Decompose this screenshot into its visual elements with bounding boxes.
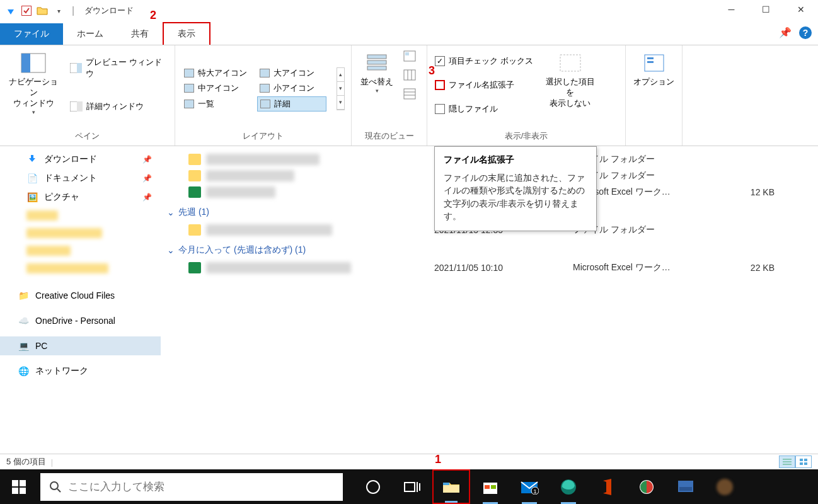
nav-item-redacted[interactable] — [0, 207, 161, 224]
minimize-ribbon-icon[interactable]: 📌 — [779, 26, 792, 39]
svg-rect-35 — [405, 483, 415, 491]
size-columns-button[interactable] — [403, 88, 417, 101]
close-button[interactable]: ✕ — [783, 0, 818, 19]
down-arrow-icon[interactable] — [5, 5, 16, 16]
layout-l-icons[interactable]: 大アイコン — [257, 66, 326, 80]
nav-onedrive[interactable]: ☁️OneDrive - Personal — [0, 311, 161, 330]
app-button[interactable] — [628, 469, 665, 504]
svg-point-34 — [367, 481, 379, 493]
thumbnails-view-button[interactable] — [795, 455, 812, 468]
add-columns-button[interactable] — [403, 69, 417, 82]
cortana-button[interactable] — [354, 469, 392, 504]
window-title: ダウンロード — [84, 5, 134, 16]
group-layout-label: レイアウト — [181, 128, 345, 146]
properties-icon[interactable] — [21, 6, 32, 16]
hidden-items-toggle[interactable]: 隠しファイル — [434, 101, 534, 117]
downloads-icon — [26, 154, 38, 165]
layout-m-icons[interactable]: 中アイコン — [181, 81, 251, 95]
pin-icon: 📌 — [142, 193, 152, 202]
hide-selected-button[interactable]: 選択した項目を 表示しない — [542, 49, 599, 109]
svg-text:1: 1 — [533, 488, 536, 495]
navigation-pane: ダウンロード📌 📄ドキュメント📌 🖼️ピクチャ📌 📁Creative Cloud… — [0, 146, 161, 454]
svg-rect-39 — [443, 483, 449, 485]
pin-icon: 📌 — [142, 155, 152, 164]
sort-icon — [364, 52, 389, 74]
nav-item-redacted[interactable] — [0, 224, 161, 242]
maximize-button[interactable]: ☐ — [749, 0, 783, 19]
tooltip-body: ファイルの末尾に追加された、ファイルの種類や形式を識別するための文字列の表示/非… — [444, 172, 587, 223]
chevron-down-icon: ⌄ — [167, 207, 175, 217]
edge-button[interactable] — [550, 469, 587, 504]
layout-details[interactable]: 詳細 — [257, 96, 326, 112]
taskbar-search[interactable] — [40, 473, 343, 501]
nav-pc[interactable]: 💻PC — [0, 336, 161, 355]
start-button[interactable] — [0, 469, 38, 504]
svg-rect-26 — [800, 462, 803, 465]
search-icon — [49, 481, 62, 493]
details-view-button[interactable] — [779, 455, 795, 468]
nav-pictures[interactable]: 🖼️ピクチャ📌 — [0, 188, 161, 207]
nav-documents[interactable]: 📄ドキュメント📌 — [0, 169, 161, 188]
group-by-button[interactable] — [403, 50, 417, 63]
layout-gallery-scroll[interactable]: ▴▾▾ — [337, 67, 345, 110]
file-list: ファイル名拡張子 ファイルの末尾に追加された、ファイルの種類や形式を識別するため… — [161, 146, 818, 454]
nav-item-redacted[interactable] — [0, 242, 161, 260]
hide-selected-icon — [558, 52, 583, 74]
tab-home[interactable]: ホーム — [63, 23, 117, 45]
pc-icon: 💻 — [18, 340, 29, 352]
svg-rect-31 — [20, 488, 26, 494]
checkbox-icon — [435, 104, 445, 114]
svg-rect-27 — [804, 462, 807, 465]
sort-button[interactable]: 並べ替え ▾ — [358, 49, 396, 95]
layout-xl-icons[interactable]: 特大アイコン — [181, 66, 251, 80]
group-currentview-label: 現在のビュー — [358, 128, 420, 146]
nav-downloads[interactable]: ダウンロード📌 — [0, 150, 161, 169]
tab-view[interactable]: 表示 — [163, 22, 210, 45]
tab-share[interactable]: 共有 — [117, 23, 163, 45]
mail-button[interactable]: 1 — [510, 469, 548, 504]
svg-rect-38 — [443, 485, 459, 493]
folder-icon: 📁 — [18, 290, 29, 301]
documents-icon: 📄 — [26, 173, 38, 184]
annotation-1: 1 — [435, 453, 441, 466]
tooltip-title: ファイル名拡張子 — [444, 154, 587, 166]
chevron-down-icon: ⌄ — [167, 245, 175, 255]
checkbox-icon — [435, 80, 445, 90]
nav-creative-cloud[interactable]: 📁Creative Cloud Files — [0, 286, 161, 305]
options-button[interactable]: オプション — [632, 49, 676, 88]
help-icon[interactable]: ? — [799, 26, 812, 39]
ribbon-view: ナビゲーション ウィンドウ ▾ プレビュー ウィンドウ 詳細ウィンドウ ペイン … — [0, 45, 818, 146]
app-button-3[interactable] — [706, 469, 744, 504]
qat-dropdown-icon[interactable]: ▾ — [53, 5, 64, 16]
svg-rect-5 — [77, 101, 83, 112]
group-header-this-month[interactable]: ⌄今月に入って (先週は含めず) (1) — [163, 238, 810, 260]
tab-file[interactable]: ファイル — [0, 23, 63, 45]
group-panes-label: ペイン — [6, 128, 168, 146]
minimize-button[interactable]: ─ — [714, 0, 749, 19]
svg-rect-3 — [77, 63, 82, 73]
file-row[interactable]: 2021/11/05 10:10Microsoft Excel ワーク…22 K… — [163, 260, 810, 276]
item-checkboxes-toggle[interactable]: 項目チェック ボックス — [434, 53, 534, 69]
layout-list[interactable]: 一覧 — [181, 96, 251, 112]
search-input[interactable] — [68, 481, 334, 493]
store-button[interactable] — [471, 469, 509, 504]
navigation-pane-icon — [21, 52, 46, 74]
options-icon — [642, 52, 667, 74]
navigation-pane-button[interactable]: ナビゲーション ウィンドウ ▾ — [6, 49, 61, 116]
task-view-button[interactable] — [393, 469, 431, 504]
file-extensions-toggle[interactable]: ファイル名拡張子 — [434, 77, 534, 93]
nav-network[interactable]: 🌐ネットワーク — [0, 362, 161, 381]
file-explorer-button[interactable] — [432, 469, 470, 504]
layout-s-icons[interactable]: 小アイコン — [257, 81, 326, 95]
preview-pane-button[interactable]: プレビュー ウィンドウ — [69, 54, 168, 82]
svg-rect-6 — [367, 55, 386, 59]
folder-icon — [37, 5, 48, 16]
svg-rect-8 — [367, 66, 386, 70]
details-pane-button[interactable]: 詳細ウィンドウ — [69, 98, 168, 115]
app-button-2[interactable] — [667, 469, 705, 504]
svg-rect-30 — [12, 488, 18, 494]
office-button[interactable] — [589, 469, 626, 504]
nav-item-redacted[interactable] — [0, 260, 161, 277]
svg-line-33 — [57, 489, 60, 492]
dropdown-icon: ▾ — [32, 109, 35, 117]
